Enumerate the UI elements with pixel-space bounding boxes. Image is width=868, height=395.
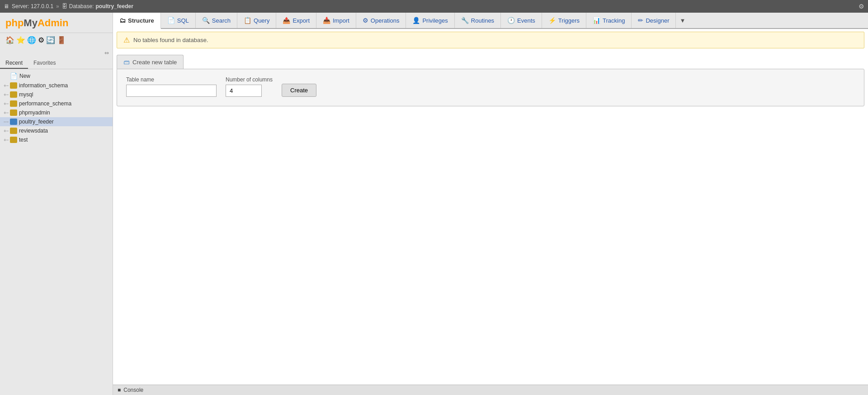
create-form-area: Table name Number of columns Create <box>117 69 864 106</box>
db-name: phpmyadmin <box>19 109 50 116</box>
tab-operations-label: Operations <box>371 17 400 24</box>
create-table-tab-label: Create new table <box>132 59 177 66</box>
designer-tab-icon: ✏ <box>638 17 643 24</box>
tab-events[interactable]: 🕐 Events <box>501 13 542 28</box>
refresh-icon[interactable]: 🔄 <box>46 36 55 44</box>
db-icon <box>10 82 17 89</box>
settings-icon[interactable]: ⚙ <box>38 36 44 44</box>
tab-favorites[interactable]: Favorites <box>28 58 61 69</box>
sidebar-item-reviewsdata[interactable]: +− reviewsdata <box>0 126 113 135</box>
tab-designer-label: Designer <box>646 17 669 24</box>
sidebar-tree: 📄 New +− information_schema +− mysql +− <box>0 69 113 395</box>
triggers-tab-icon: ⚡ <box>548 17 556 24</box>
alert-message: No tables found in database. <box>133 37 208 43</box>
create-button-group: Create <box>282 84 316 97</box>
search-tab-icon: 🔍 <box>202 17 210 24</box>
tab-operations[interactable]: ⚙ Operations <box>356 13 406 28</box>
tab-query[interactable]: 📋 Query <box>237 13 276 28</box>
tab-tracking-label: Tracking <box>603 17 625 24</box>
db-name: mysql <box>19 91 33 98</box>
tab-recent[interactable]: Recent <box>0 58 28 69</box>
sidebar-new-item[interactable]: 📄 New <box>0 71 113 81</box>
console-bar[interactable]: ■ Console <box>113 385 868 395</box>
new-icon: 📄 <box>10 72 18 80</box>
tab-privileges[interactable]: 👤 Privileges <box>406 13 454 28</box>
settings-icon[interactable]: ⚙ <box>859 3 864 10</box>
db-icon <box>10 137 17 143</box>
columns-input[interactable] <box>226 85 262 97</box>
db-icon <box>10 119 17 125</box>
table-name-input[interactable] <box>126 85 217 97</box>
tab-search[interactable]: 🔍 Search <box>196 13 237 28</box>
tab-triggers-label: Triggers <box>558 17 580 24</box>
structure-tab-icon: 🗂 <box>119 17 126 24</box>
events-tab-icon: 🕐 <box>507 17 515 24</box>
title-bar: 🖥 Server: 127.0.0.1 » 🗄 Database: poultr… <box>0 0 868 13</box>
tab-overflow[interactable]: ▼ <box>676 13 689 28</box>
logo-admin: Admin <box>38 17 68 29</box>
tab-tracking[interactable]: 📊 Tracking <box>586 13 632 28</box>
db-icon <box>10 91 17 98</box>
tab-sql-label: SQL <box>177 17 189 24</box>
db-name: reviewsdata <box>19 128 48 134</box>
tab-sql[interactable]: 📄 SQL <box>161 13 196 28</box>
globe-icon[interactable]: 🌐 <box>27 36 36 44</box>
console-label: Console <box>123 387 143 393</box>
sidebar-item-test[interactable]: +− test <box>0 135 113 144</box>
create-table-section: 🗃 Create new table Table name Number of … <box>117 55 864 106</box>
sidebar-item-performance-schema[interactable]: +− performance_schema <box>0 99 113 108</box>
sidebar-item-poultry-feeder[interactable]: −− poultry_feeder <box>0 117 113 126</box>
tab-import-label: Import <box>333 17 349 24</box>
sql-tab-icon: 📄 <box>167 17 175 24</box>
sidebar-new-label: New <box>19 73 30 79</box>
query-tab-icon: 📋 <box>244 17 251 24</box>
tab-designer[interactable]: ✏ Designer <box>632 13 676 28</box>
console-icon: ■ <box>118 387 121 393</box>
exit-icon[interactable]: 🚪 <box>57 36 66 44</box>
tab-structure[interactable]: 🗂 Structure <box>113 13 161 29</box>
expand-icon: +− <box>4 110 9 115</box>
alert-bar: ⚠ No tables found in database. <box>117 32 864 48</box>
tab-search-label: Search <box>212 17 231 24</box>
db-name: performance_schema <box>19 100 71 107</box>
sidebar-item-information-schema[interactable]: +− information_schema <box>0 81 113 90</box>
expand-icon: +− <box>4 128 9 133</box>
tab-routines-label: Routines <box>471 17 494 24</box>
tab-import[interactable]: 📥 Import <box>316 13 356 28</box>
table-name-label: Table name <box>126 76 217 83</box>
expand-icon: +− <box>4 101 9 106</box>
create-table-button[interactable]: Create <box>282 84 316 97</box>
tab-routines[interactable]: 🔧 Routines <box>455 13 501 28</box>
operations-tab-icon: ⚙ <box>363 17 368 24</box>
db-icon <box>10 128 17 134</box>
tab-bar: 🗂 Structure 📄 SQL 🔍 Search 📋 Query 📤 <box>113 13 868 29</box>
home-icon[interactable]: 🏠 <box>5 36 14 44</box>
db-icon <box>10 109 17 116</box>
sidebar-logo: phpMyAdmin <box>0 13 113 33</box>
sidebar-item-mysql[interactable]: +− mysql <box>0 90 113 99</box>
content-area: 🗂 Structure 📄 SQL 🔍 Search 📋 Query 📤 <box>113 13 868 395</box>
logo-php: php <box>5 17 24 29</box>
tab-export[interactable]: 📤 Export <box>276 13 316 28</box>
tab-structure-label: Structure <box>128 17 154 24</box>
create-table-tab-icon: 🗃 <box>123 58 130 66</box>
toggle-icon: ⇔ <box>104 50 109 56</box>
tracking-tab-icon: 📊 <box>593 17 600 24</box>
db-name: poultry_feeder <box>19 119 54 125</box>
sidebar-item-phpmyadmin[interactable]: +− phpmyadmin <box>0 108 113 117</box>
table-name-group: Table name <box>126 76 217 97</box>
privileges-tab-icon: 👤 <box>412 17 420 24</box>
create-table-tab[interactable]: 🗃 Create new table <box>117 55 184 69</box>
tab-privileges-label: Privileges <box>422 17 448 24</box>
logo-my: My <box>24 17 38 29</box>
star-icon[interactable]: ⭐ <box>16 36 25 44</box>
columns-label: Number of columns <box>226 76 273 83</box>
alert-icon: ⚠ <box>123 36 130 44</box>
main-area: phpMyAdmin 🏠 ⭐ 🌐 ⚙ 🔄 🚪 ⇔ Recent Favorite… <box>0 13 868 395</box>
tab-query-label: Query <box>254 17 269 24</box>
tab-export-label: Export <box>292 17 310 24</box>
sidebar-toggle[interactable]: ⇔ <box>0 48 113 58</box>
tab-triggers[interactable]: ⚡ Triggers <box>542 13 586 28</box>
columns-group: Number of columns <box>226 76 273 97</box>
expand-icon: +− <box>4 138 9 143</box>
